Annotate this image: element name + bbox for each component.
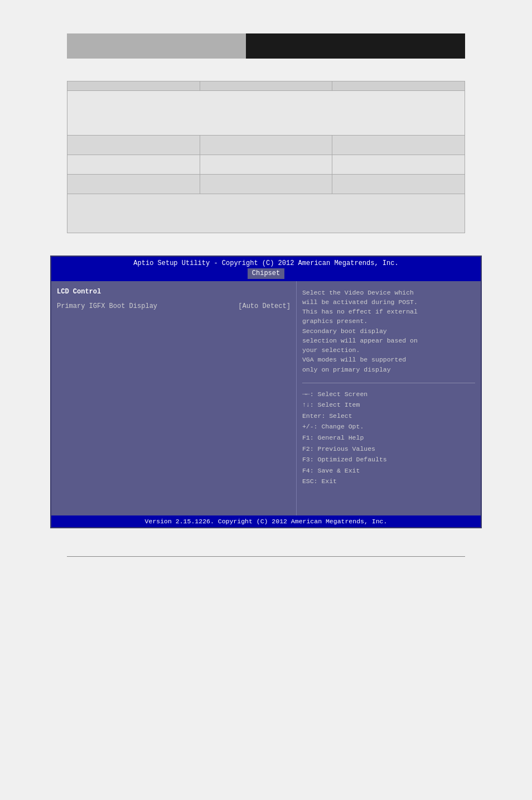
table-footer-row — [67, 194, 465, 233]
top-section — [0, 0, 532, 75]
table-row — [67, 155, 465, 175]
nav-bar-left — [67, 33, 246, 59]
bios-title: Aptio Setup Utility - Copyright (C) 2012… — [56, 259, 476, 268]
table-cell — [332, 136, 465, 155]
help-line-2: will be activated during POST. — [302, 297, 475, 307]
table-description-cell — [67, 91, 465, 136]
bios-container: Aptio Setup Utility - Copyright (C) 2012… — [50, 256, 482, 528]
table-row — [67, 136, 465, 155]
help-line-7: your selection. — [302, 345, 475, 355]
table-cell — [332, 155, 465, 175]
col-header-1 — [67, 81, 200, 91]
bios-help-text: Select the Video Device which will be ac… — [302, 288, 475, 374]
help-line-4: graphics present. — [302, 316, 475, 326]
ui-table — [67, 81, 465, 233]
page-wrapper: Aptio Setup Utility - Copyright (C) 2012… — [0, 0, 532, 800]
bios-item-label: Primary IGFX Boot Display — [57, 302, 157, 310]
table-cell — [67, 175, 200, 194]
shortcut-3: Enter: Select — [302, 411, 475, 422]
bios-shortcut-list: →←: Select Screen ↑↓: Select Item Enter:… — [302, 389, 475, 487]
table-section — [0, 75, 532, 244]
shortcut-4: +/-: Change Opt. — [302, 421, 475, 432]
help-line-6: selection will appear based on — [302, 336, 475, 345]
col-header-2 — [200, 81, 332, 91]
nav-bar-right — [246, 33, 465, 59]
bios-item-value: [Auto Detect] — [238, 302, 291, 310]
shortcut-9: ESC: Exit — [302, 476, 475, 487]
bios-menu-item-primary-display[interactable]: Primary IGFX Boot Display [Auto Detect] — [57, 301, 291, 311]
table-cell — [67, 136, 200, 155]
shortcut-6: F2: Previous Values — [302, 444, 475, 455]
table-footer-cell — [67, 194, 465, 233]
table-cell — [200, 175, 332, 194]
shortcut-5: F1: General Help — [302, 432, 475, 444]
table-cell — [200, 155, 332, 175]
col-header-3 — [332, 81, 465, 91]
table-description-row — [67, 91, 465, 136]
help-line-1: Select the Video Device which — [302, 288, 475, 297]
help-line-3: This has no effect if external — [302, 307, 475, 316]
bios-active-tab[interactable]: Chipset — [248, 268, 284, 279]
bios-header: Aptio Setup Utility - Copyright (C) 2012… — [51, 257, 481, 281]
bios-divider — [302, 383, 475, 383]
nav-bar — [67, 33, 465, 59]
bios-body: LCD Control Primary IGFX Boot Display [A… — [51, 281, 481, 515]
shortcut-7: F3: Optimized Defaults — [302, 454, 475, 465]
table-cell — [200, 136, 332, 155]
table-row — [67, 175, 465, 194]
bios-footer-text: Version 2.15.1226. Copyright (C) 2012 Am… — [145, 518, 388, 525]
table-cell — [332, 175, 465, 194]
help-line-5: Secondary boot display — [302, 326, 475, 336]
bios-footer: Version 2.15.1226. Copyright (C) 2012 Am… — [51, 515, 481, 527]
shortcut-1: →←: Select Screen — [302, 389, 475, 400]
bios-section-title: LCD Control — [57, 288, 291, 296]
help-line-9: only on primary display — [302, 365, 475, 374]
table-header-row — [67, 81, 465, 91]
shortcut-2: ↑↓: Select Item — [302, 399, 475, 411]
bottom-divider — [67, 556, 465, 557]
help-line-8: VGA modes will be supported — [302, 355, 475, 364]
bios-section: Aptio Setup Utility - Copyright (C) 2012… — [0, 244, 532, 545]
table-cell — [67, 155, 200, 175]
shortcut-8: F4: Save & Exit — [302, 465, 475, 476]
bios-right-panel: Select the Video Device which will be ac… — [296, 281, 481, 515]
bios-left-panel: LCD Control Primary IGFX Boot Display [A… — [51, 281, 296, 515]
